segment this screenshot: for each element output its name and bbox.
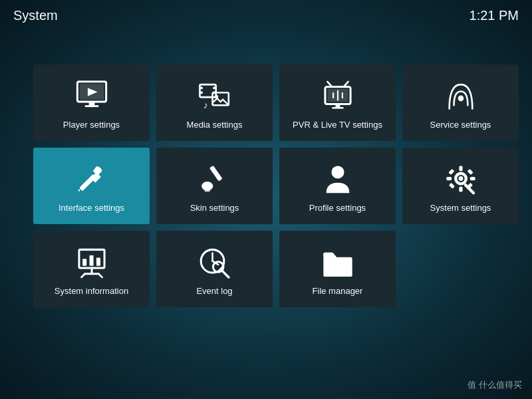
svg-rect-25 bbox=[209, 166, 222, 182]
svg-rect-32 bbox=[459, 187, 462, 192]
svg-point-28 bbox=[331, 166, 344, 179]
svg-rect-17 bbox=[335, 104, 340, 107]
pvr-settings-label: PVR & Live TV settings bbox=[293, 120, 382, 130]
svg-rect-37 bbox=[448, 183, 454, 189]
service-settings-label: Service settings bbox=[430, 120, 491, 130]
svg-rect-6 bbox=[200, 87, 202, 89]
svg-text:♪: ♪ bbox=[203, 100, 207, 111]
media-settings-icon: ♪ bbox=[195, 78, 235, 114]
svg-rect-23 bbox=[79, 174, 96, 192]
system-settings-label: System settings bbox=[430, 203, 491, 213]
service-settings-tile[interactable]: Service settings bbox=[402, 65, 519, 141]
system-information-label: System information bbox=[55, 286, 128, 297]
player-settings-icon bbox=[72, 78, 112, 114]
pvr-settings-icon bbox=[318, 78, 358, 114]
file-manager-tile[interactable]: File manager bbox=[279, 231, 396, 307]
system-information-icon bbox=[72, 244, 112, 281]
svg-point-30 bbox=[458, 176, 463, 181]
profile-settings-label: Profile settings bbox=[309, 203, 366, 213]
svg-rect-8 bbox=[213, 87, 215, 89]
svg-rect-42 bbox=[89, 255, 93, 266]
svg-rect-31 bbox=[459, 166, 462, 172]
media-settings-tile[interactable]: ♪ Media settings bbox=[156, 65, 273, 141]
watermark: 值 什么值得买 bbox=[467, 379, 522, 391]
svg-rect-34 bbox=[469, 177, 475, 180]
svg-marker-24 bbox=[78, 190, 80, 192]
profile-settings-tile[interactable]: Profile settings bbox=[279, 148, 396, 224]
app-title: System bbox=[13, 8, 58, 23]
svg-rect-4 bbox=[84, 106, 98, 108]
file-manager-label: File manager bbox=[313, 286, 363, 297]
svg-rect-43 bbox=[96, 258, 100, 266]
settings-grid: Player settings ♪ Media settings bbox=[0, 51, 532, 321]
svg-rect-5 bbox=[200, 84, 215, 97]
svg-rect-18 bbox=[332, 107, 343, 109]
svg-rect-41 bbox=[82, 259, 86, 265]
system-information-tile[interactable]: System information bbox=[33, 231, 150, 307]
svg-rect-3 bbox=[88, 102, 94, 106]
interface-settings-icon bbox=[72, 161, 112, 198]
pvr-settings-tile[interactable]: PVR & Live TV settings bbox=[279, 65, 396, 141]
svg-line-46 bbox=[81, 274, 84, 277]
profile-settings-icon bbox=[318, 161, 358, 198]
player-settings-tile[interactable]: Player settings bbox=[33, 65, 150, 141]
event-log-icon bbox=[195, 244, 235, 281]
interface-settings-label: Interface settings bbox=[59, 203, 124, 213]
skin-settings-label: Skin settings bbox=[190, 203, 239, 213]
svg-point-11 bbox=[215, 95, 218, 98]
svg-point-22 bbox=[458, 96, 464, 102]
event-log-label: Event log bbox=[196, 286, 232, 297]
skin-settings-icon bbox=[195, 161, 235, 198]
svg-rect-27 bbox=[204, 185, 210, 192]
system-settings-icon bbox=[441, 161, 481, 198]
svg-rect-36 bbox=[467, 169, 473, 175]
svg-rect-7 bbox=[200, 92, 202, 94]
svg-line-47 bbox=[98, 274, 102, 277]
interface-settings-tile[interactable]: Interface settings bbox=[33, 148, 150, 224]
event-log-tile[interactable]: Event log bbox=[156, 231, 273, 307]
svg-rect-33 bbox=[446, 177, 452, 180]
svg-rect-35 bbox=[448, 169, 454, 175]
service-settings-icon bbox=[441, 78, 481, 114]
media-settings-label: Media settings bbox=[187, 120, 243, 130]
clock: 1:21 PM bbox=[469, 8, 519, 23]
system-settings-tile[interactable]: System settings bbox=[402, 148, 519, 224]
file-manager-icon bbox=[318, 244, 358, 281]
player-settings-label: Player settings bbox=[63, 120, 120, 130]
app-header: System 1:21 PM bbox=[0, 0, 532, 31]
skin-settings-tile[interactable]: Skin settings bbox=[156, 148, 273, 224]
